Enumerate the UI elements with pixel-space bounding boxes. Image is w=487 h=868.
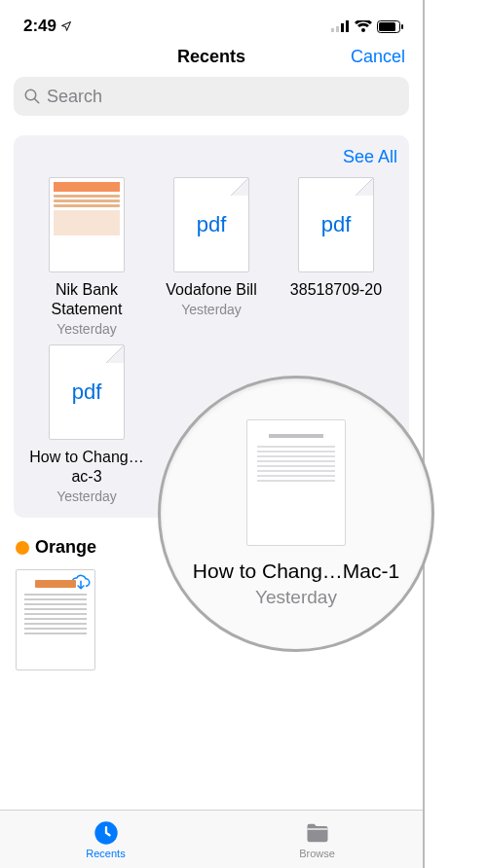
file-date: Yesterday (56, 488, 117, 504)
magnified-file-date: Yesterday (255, 587, 337, 608)
file-thumbnail: pdf (298, 177, 374, 272)
cellular-icon (331, 20, 350, 32)
file-name: 38518709-20 (290, 280, 382, 300)
file-thumbnail: pdf (49, 344, 125, 440)
tab-browse[interactable]: Browse (211, 811, 423, 868)
folder-icon (304, 819, 331, 847)
status-bar: 2:49 (0, 0, 423, 43)
file-item[interactable]: pdf How to Chang…ac-3 Yesterday (25, 344, 148, 504)
svg-line-8 (34, 98, 39, 103)
svg-rect-1 (336, 26, 339, 32)
search-input[interactable]: Search (14, 77, 409, 116)
file-item[interactable]: pdf Vodafone Bill Yesterday (150, 177, 273, 337)
file-item[interactable]: pdf 38518709-20 (275, 177, 397, 337)
magnified-file-name: How to Chang…Mac-1 (193, 560, 399, 583)
svg-rect-5 (379, 22, 395, 31)
tag-color-dot (16, 541, 29, 555)
file-date: Yesterday (56, 321, 117, 337)
status-time: 2:49 (23, 17, 72, 36)
time-text: 2:49 (23, 17, 56, 36)
battery-icon (377, 20, 403, 33)
file-item[interactable]: Nik Bank Statement Yesterday (25, 177, 148, 337)
tab-recents[interactable]: Recents (0, 811, 211, 868)
search-icon (23, 88, 41, 105)
svg-rect-3 (346, 20, 349, 32)
svg-rect-10 (307, 828, 327, 829)
nav-bar: Recents Cancel (0, 43, 423, 77)
pdf-icon: pdf (72, 380, 102, 405)
pdf-icon: pdf (197, 212, 227, 237)
clock-icon (93, 819, 120, 847)
cancel-button[interactable]: Cancel (351, 47, 405, 67)
magnifier-callout: How to Chang…Mac-1 Yesterday (158, 376, 434, 652)
svg-rect-6 (401, 24, 403, 29)
tab-label: Browse (299, 848, 335, 859)
file-thumbnail: pdf (173, 177, 249, 272)
svg-rect-2 (341, 23, 344, 32)
see-all-button[interactable]: See All (14, 135, 409, 175)
svg-rect-0 (331, 28, 334, 32)
page-title: Recents (177, 47, 245, 67)
tab-label: Recents (86, 848, 125, 859)
tab-bar: Recents Browse (0, 810, 423, 868)
file-name: Nik Bank Statement (28, 280, 145, 319)
location-icon (60, 20, 72, 32)
file-item[interactable] (16, 569, 95, 670)
file-name: How to Chang…ac-3 (28, 448, 145, 487)
magnified-thumbnail (246, 419, 346, 546)
file-date: Yesterday (181, 302, 242, 317)
file-thumbnail (49, 177, 125, 272)
file-name: Vodafone Bill (166, 280, 256, 300)
wifi-icon (355, 20, 372, 32)
search-placeholder: Search (47, 87, 102, 107)
pdf-icon: pdf (321, 212, 352, 237)
status-indicators (331, 20, 403, 33)
tag-name: Orange (35, 537, 96, 558)
